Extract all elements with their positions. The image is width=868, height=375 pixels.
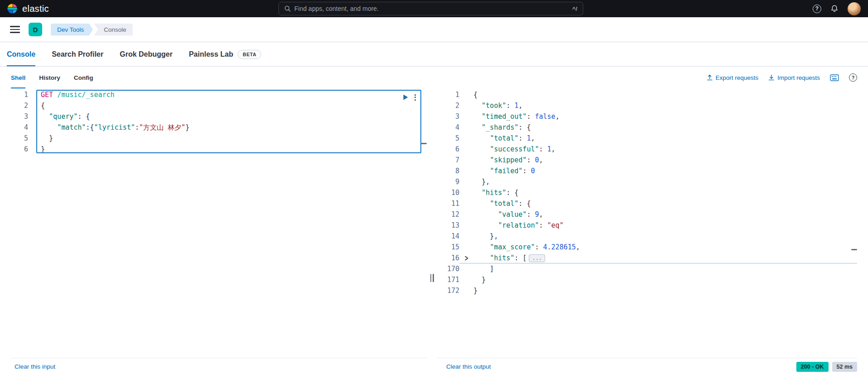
breadcrumb: Dev Tools Console: [51, 24, 133, 36]
search-input[interactable]: [294, 5, 569, 12]
line-number: 3: [437, 111, 459, 122]
secondary-header: D Dev Tools Console: [0, 17, 868, 42]
response-line[interactable]: 13 "relation": "eq": [437, 220, 857, 231]
menu-button[interactable]: [10, 24, 20, 35]
code-text: "query": {: [31, 111, 90, 122]
response-line[interactable]: 12 "value": 9,: [437, 209, 857, 220]
response-line[interactable]: 10 "hits": {: [437, 187, 857, 198]
fold-gutter: [459, 176, 473, 187]
code-text: "hits": {: [473, 187, 518, 198]
import-requests-button[interactable]: Import requests: [768, 74, 820, 81]
keyboard-icon: [830, 74, 839, 81]
line-number: 7: [437, 155, 459, 166]
notifications-icon: [830, 5, 839, 13]
line-number: 171: [437, 274, 459, 285]
response-line[interactable]: 1{: [437, 89, 857, 100]
subtab-shell[interactable]: Shell: [11, 67, 25, 88]
response-line[interactable]: 3 "timed_out": false,: [437, 111, 857, 122]
search-icon: [284, 5, 291, 12]
line-number: 3: [11, 111, 28, 122]
code-text: "total": {: [473, 198, 531, 209]
fold-toggle-icon[interactable]: [459, 253, 473, 263]
request-line[interactable]: 6}: [11, 144, 427, 155]
response-line[interactable]: 7 "skipped": 0,: [437, 155, 857, 166]
keyboard-shortcuts-button[interactable]: [830, 74, 839, 81]
tab-search-profiler[interactable]: Search Profiler: [52, 42, 103, 66]
response-line[interactable]: 171 }: [437, 274, 857, 285]
help-menu-button[interactable]: ?: [813, 5, 821, 13]
fold-gutter: [459, 155, 473, 166]
send-request-button[interactable]: [403, 94, 409, 101]
fold-gutter: [459, 285, 473, 296]
code-text: {: [473, 89, 478, 100]
play-icon: [403, 94, 409, 101]
request-editor[interactable]: 1GET /music/_search2{3 "query": {4 "matc…: [11, 88, 427, 155]
scrollbar-thumb[interactable]: [421, 143, 427, 144]
line-number: 5: [11, 133, 28, 144]
request-line[interactable]: 2{: [11, 100, 427, 111]
subtab-config[interactable]: Config: [74, 67, 93, 88]
response-line[interactable]: 6 "successful": 1,: [437, 144, 857, 155]
code-text: "hits": [...: [473, 253, 545, 263]
code-text: "successful": 1,: [473, 144, 556, 155]
fold-gutter: [459, 242, 473, 253]
tab-console[interactable]: Console: [7, 42, 35, 66]
panel-resizer[interactable]: [427, 88, 437, 358]
time-badge: 52 ms: [832, 362, 857, 372]
response-line[interactable]: 11 "total": {: [437, 198, 857, 209]
code-text: "took": 1,: [473, 100, 522, 111]
code-text: }: [473, 274, 486, 285]
response-line[interactable]: 2 "took": 1,: [437, 100, 857, 111]
response-line[interactable]: 16 "hits": [...: [437, 253, 857, 263]
tab-painless-lab[interactable]: Painless Lab BETA: [189, 42, 261, 66]
code-text: }: [31, 144, 45, 155]
request-line[interactable]: 4 "match":{"lyricist":"方文山 林夕"}: [11, 122, 427, 133]
clear-input-link[interactable]: Clear this input: [15, 363, 55, 370]
response-line[interactable]: 5 "total": 1,: [437, 133, 857, 144]
fold-gutter: [459, 187, 473, 198]
code-text: },: [473, 231, 498, 242]
space-badge[interactable]: D: [29, 23, 42, 36]
request-editor-panel[interactable]: 1GET /music/_search2{3 "query": {4 "matc…: [11, 88, 427, 358]
response-line[interactable]: 172}: [437, 285, 857, 296]
breadcrumb-console[interactable]: Console: [94, 24, 133, 36]
notifications-button[interactable]: [830, 5, 839, 13]
request-options-button[interactable]: [414, 94, 416, 101]
code-text: {: [31, 100, 45, 111]
fold-gutter: [459, 100, 473, 111]
subtab-history[interactable]: History: [39, 67, 60, 88]
code-text: "skipped": 0,: [473, 155, 543, 166]
line-number: 15: [437, 242, 459, 253]
response-line[interactable]: 14 },: [437, 231, 857, 242]
response-line[interactable]: 4 "_shards": {: [437, 122, 857, 133]
scrollbar-thumb[interactable]: [851, 249, 857, 250]
code-text: "timed_out": false,: [473, 111, 560, 122]
response-viewer[interactable]: 1{2 "took": 1,3 "timed_out": false,4 "_s…: [437, 88, 857, 296]
breadcrumb-dev-tools[interactable]: Dev Tools: [51, 24, 93, 36]
line-number: 10: [437, 187, 459, 198]
clear-output-link[interactable]: Clear this output: [446, 363, 491, 370]
response-panel[interactable]: 1{2 "took": 1,3 "timed_out": false,4 "_s…: [437, 88, 857, 358]
elastic-brand[interactable]: elastic: [0, 3, 49, 15]
console-help-button[interactable]: ?: [849, 73, 857, 82]
fold-gutter: [459, 122, 473, 133]
fold-gutter: [459, 166, 473, 176]
code-text: "total": 1,: [473, 133, 535, 144]
user-avatar[interactable]: [848, 2, 861, 15]
fold-gutter: [459, 111, 473, 122]
request-line[interactable]: 1GET /music/_search: [11, 89, 427, 100]
tab-grok-debugger[interactable]: Grok Debugger: [120, 42, 172, 66]
line-number: 2: [11, 100, 28, 111]
response-line[interactable]: 15 "max_score": 4.228615,: [437, 242, 857, 253]
request-line[interactable]: 3 "query": {: [11, 111, 427, 122]
response-line[interactable]: 170 ]: [437, 263, 857, 274]
line-number: 1: [11, 89, 28, 100]
code-text: }: [31, 133, 53, 144]
response-line[interactable]: 9 },: [437, 176, 857, 187]
global-search[interactable]: ^/: [278, 2, 583, 15]
request-line[interactable]: 5 }: [11, 133, 427, 144]
console-workspace: 1GET /music/_search2{3 "query": {4 "matc…: [0, 88, 868, 358]
export-requests-button[interactable]: Export requests: [707, 74, 759, 81]
collapsed-content-pill[interactable]: ...: [529, 254, 545, 262]
response-line[interactable]: 8 "failed": 0: [437, 166, 857, 176]
